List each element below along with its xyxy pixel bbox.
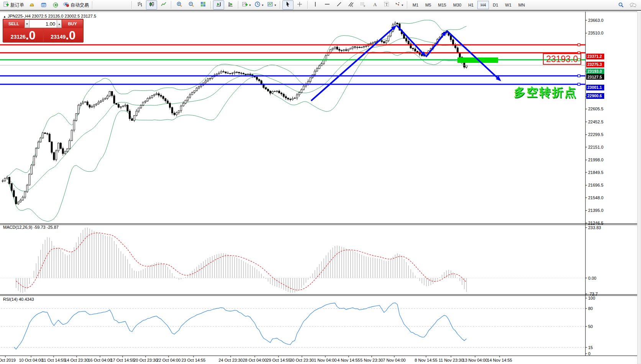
timeframe-button-m5[interactable]: M5 (422, 1, 434, 9)
candle-body (165, 98, 166, 101)
candle-body (298, 93, 300, 95)
candle-body (154, 95, 155, 96)
cursor-button[interactable] (282, 0, 293, 10)
signal-icon[interactable] (50, 0, 61, 10)
price-axis-label: 22605.5 (588, 107, 603, 111)
candle-body (107, 96, 108, 98)
price-tag-23371.2: 23371.2 (586, 54, 604, 59)
trend-line-icon (336, 1, 342, 9)
timeframe-button-m15[interactable]: M15 (435, 1, 449, 9)
trend-arrow-line[interactable] (397, 25, 424, 54)
rsi-axis-label: 15 (588, 345, 593, 350)
candle-body (230, 73, 231, 74)
gold-icon[interactable] (26, 0, 37, 10)
signal-button[interactable] (118, 0, 130, 10)
candle-body (294, 98, 295, 98)
new-order-button[interactable]: 新订单 (2, 0, 25, 10)
channel-icon: E (348, 1, 354, 9)
candle-body (98, 102, 99, 104)
tile-windows-button[interactable] (197, 0, 208, 10)
indicators-button[interactable]: ▼ (241, 0, 252, 10)
candle-body (133, 116, 135, 121)
price-line-anchor[interactable] (578, 75, 580, 77)
price-line-anchor[interactable] (578, 83, 580, 85)
horizontal-line-button[interactable] (322, 0, 333, 10)
candle-body (40, 138, 41, 142)
trend-arrow-line[interactable] (311, 28, 394, 101)
templates-button[interactable]: ▼ (266, 0, 278, 10)
auto-scroll-button[interactable] (213, 0, 224, 10)
text-button[interactable]: A (369, 0, 380, 10)
candle-body (24, 192, 26, 197)
price-axis-label: 21395.0 (588, 208, 603, 213)
candle-body (348, 49, 349, 51)
timeframe-button-m1[interactable]: M1 (410, 1, 421, 9)
autotrade-button[interactable]: 自动交易 (62, 0, 90, 10)
candle-body (457, 48, 458, 53)
candle-body (350, 48, 351, 49)
right-scroll-strip[interactable] (638, 11, 641, 364)
candle-body (269, 91, 271, 93)
toolbar-separator (210, 1, 211, 9)
trend-line-button[interactable] (334, 0, 345, 10)
timeframe-button-m30[interactable]: M30 (450, 1, 464, 9)
timeframe-button-mn[interactable]: MN (515, 1, 528, 9)
buy-price[interactable]: 23149.0 (44, 28, 83, 42)
channel-button[interactable]: E (346, 0, 357, 10)
candle-body (33, 156, 34, 165)
timeframe-button-w1[interactable]: W1 (502, 1, 515, 9)
candle-body (236, 72, 238, 72)
chart-collapse-icon[interactable]: ▲ (3, 15, 6, 18)
turning-point-text[interactable]: 多空转折点 (514, 85, 577, 100)
arrows-button[interactable]: ▼ (393, 0, 405, 10)
volume-input[interactable] (30, 20, 57, 28)
vertical-line-button[interactable] (310, 0, 321, 10)
volume-decrease-button[interactable]: ▼ (25, 20, 30, 28)
chart-shift-button[interactable] (225, 0, 236, 10)
candlestick-button[interactable] (146, 0, 157, 10)
timeframe-button-h4[interactable]: H4 (477, 1, 489, 9)
gold-button[interactable] (95, 0, 106, 10)
candle-body (156, 93, 157, 94)
price-level-annotation-box[interactable]: 23193.0 (543, 53, 581, 65)
timeframe-button-h1[interactable]: H1 (465, 1, 477, 9)
line-chart-button[interactable] (158, 0, 169, 10)
candle-body (366, 46, 367, 46)
market-watch-button[interactable] (107, 0, 118, 10)
fibonacci-button[interactable]: F (357, 0, 369, 10)
sell-price-main: 23126 (11, 33, 26, 41)
periods-button[interactable]: ▼ (253, 0, 265, 10)
candle-body (209, 79, 211, 79)
x-axis-label: 30 Oct 23:30 (290, 358, 314, 362)
zoom-in-button[interactable] (174, 0, 185, 10)
zoom-out-button[interactable] (185, 0, 197, 10)
trend-arrow-line[interactable] (447, 31, 498, 79)
volume-increase-button[interactable]: ▲ (57, 20, 62, 28)
candle-body (171, 108, 173, 113)
market-watch-icon[interactable] (38, 0, 49, 10)
search-icon[interactable] (615, 0, 626, 10)
candle-body (394, 23, 396, 25)
candle-body (20, 200, 21, 202)
price-axis-label: 21246.5 (588, 221, 603, 225)
crosshair-icon (297, 1, 303, 9)
toolbar-separator (238, 1, 239, 9)
chevron-down-icon: ▼ (274, 4, 277, 7)
price-line-anchor[interactable] (578, 44, 580, 46)
candle-body (372, 43, 374, 44)
crosshair-button[interactable] (294, 0, 305, 10)
candle-body (354, 47, 356, 47)
label-button[interactable]: T (381, 0, 392, 10)
sell-button[interactable]: SELL (3, 20, 24, 28)
bar-chart-button[interactable] (134, 0, 145, 10)
timeframe-button-d1[interactable]: D1 (490, 1, 501, 9)
price-axis: 23663.023510.023055.522754.022605.522452… (0, 18, 603, 362)
candle-body (321, 64, 322, 66)
buy-button[interactable]: BUY (62, 20, 83, 28)
candle-body (267, 89, 269, 91)
chat-icon[interactable] (627, 0, 638, 10)
autotrade-label: 自动交易 (70, 2, 89, 8)
candle-body (225, 72, 226, 73)
toolbar-separator (171, 1, 172, 9)
sell-price[interactable]: 23126.0 (3, 28, 43, 42)
